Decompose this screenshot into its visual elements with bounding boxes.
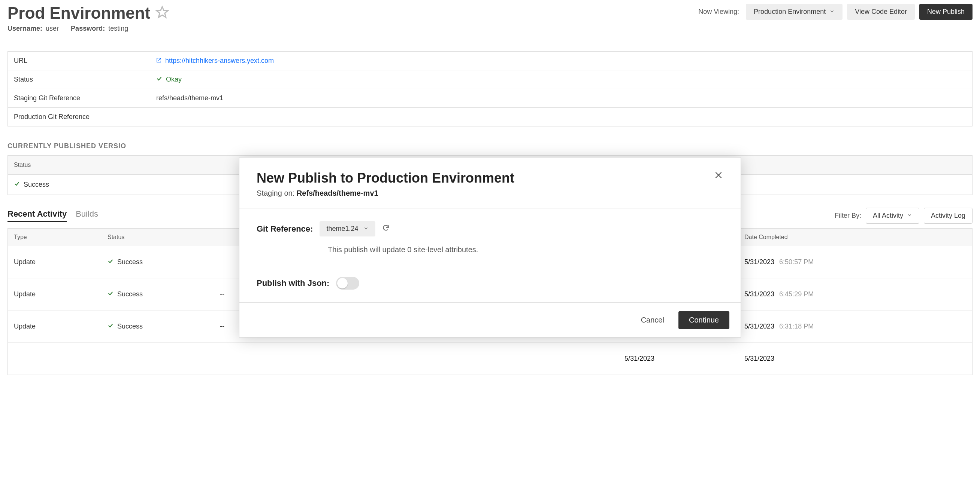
activity-mid-3 — [476, 353, 619, 364]
password-value: testing — [108, 25, 128, 32]
username-value: user — [46, 25, 59, 32]
chevron-down-icon — [363, 225, 369, 233]
page-title: Prod Environment — [8, 4, 150, 22]
check-icon — [108, 290, 113, 298]
external-link-icon — [156, 57, 161, 65]
environment-selector[interactable]: Production Environment — [746, 4, 843, 20]
username-label: Username: — [8, 25, 42, 32]
check-icon — [108, 323, 113, 330]
git-reference-label: Git Reference: — [257, 224, 313, 234]
status-value: Okay — [166, 76, 182, 84]
activity-status: Success — [102, 253, 214, 271]
currently-published-heading: CURRENTLY PUBLISHED VERSIO — [8, 142, 972, 150]
activity-log-button[interactable]: Activity Log — [924, 208, 972, 224]
refresh-icon[interactable] — [382, 224, 390, 234]
tab-builds[interactable]: Builds — [76, 209, 98, 222]
check-icon — [14, 181, 20, 189]
cancel-button[interactable]: Cancel — [632, 311, 673, 329]
activity-type: Update — [8, 253, 102, 271]
status-label: Status — [8, 70, 150, 89]
activity-date-completed: 5/31/2023 6:50:57 PM — [738, 253, 896, 271]
activity-log-label: Activity Log — [931, 212, 966, 220]
activity-mid-2 — [345, 353, 476, 364]
check-icon — [108, 258, 113, 266]
site-level-attr-note: This publish will update 0 site-level at… — [328, 246, 723, 254]
act-col-type: Type — [8, 228, 102, 246]
activity-date-completed: 5/31/2023 6:45:29 PM — [738, 285, 896, 303]
svg-marker-0 — [157, 7, 168, 17]
now-viewing-label: Now Viewing: — [698, 8, 739, 16]
activity-mid-1 — [214, 353, 345, 364]
close-icon[interactable] — [714, 170, 723, 181]
act-col-date-completed: Date Completed — [738, 228, 896, 246]
git-reference-selected: theme1.24 — [326, 225, 358, 233]
chevron-down-icon — [829, 8, 835, 16]
activity-status: Success — [102, 317, 214, 336]
staging-on-label: Staging on: — [257, 189, 294, 197]
favorite-star-icon[interactable] — [156, 6, 169, 21]
check-icon — [156, 76, 162, 84]
production-git-ref-label: Production Git Reference — [8, 108, 150, 126]
staging-git-ref-label: Staging Git Reference — [8, 89, 150, 108]
activity-status-value: Success — [117, 258, 143, 266]
activity-status-value: Success — [117, 323, 143, 330]
filter-by-label: Filter By: — [835, 212, 861, 220]
activity-type: Update — [8, 317, 102, 336]
url-label: URL — [8, 52, 150, 70]
activity-type: Update — [8, 285, 102, 303]
publish-with-json-label: Publish with Json: — [257, 278, 329, 288]
new-publish-button[interactable]: New Publish — [919, 4, 972, 20]
continue-button[interactable]: Continue — [678, 311, 729, 329]
environment-selector-label: Production Environment — [754, 8, 826, 16]
activity-status: Success — [102, 285, 214, 303]
activity-date-completed: 5/31/2023 6:31:18 PM — [738, 317, 896, 336]
password-label: Password: — [71, 25, 105, 32]
view-code-editor-button[interactable]: View Code Editor — [847, 4, 915, 20]
staging-git-ref-value: refs/heads/theme-mv1 — [150, 89, 972, 108]
activity-date-completed: 5/31/2023 — [738, 349, 896, 368]
table-row: 5/31/2023 5/31/2023 — [8, 343, 972, 375]
cp-status-value: Success — [24, 181, 49, 189]
activity-status — [102, 353, 214, 364]
environment-url-link[interactable]: https://hitchhikers-answers.yext.com — [165, 57, 274, 65]
activity-type — [8, 353, 102, 364]
staging-on-value: Refs/heads/theme-mv1 — [297, 189, 379, 197]
git-reference-selector[interactable]: theme1.24 — [320, 221, 375, 236]
tab-recent-activity[interactable]: Recent Activity — [8, 209, 67, 222]
filter-activity-label: All Activity — [873, 212, 903, 220]
modal-title: New Publish to Production Environment — [257, 170, 514, 186]
toggle-knob — [337, 278, 348, 288]
chevron-down-icon — [907, 212, 912, 220]
publish-with-json-toggle[interactable] — [336, 277, 359, 290]
filter-activity-selector[interactable]: All Activity — [866, 208, 919, 224]
view-code-editor-label: View Code Editor — [855, 8, 907, 16]
environment-info-table: URL https://hitchhikers-answers.yext.com… — [8, 51, 972, 127]
new-publish-modal: New Publish to Production Environment St… — [239, 157, 741, 338]
act-col-status: Status — [102, 228, 214, 246]
production-git-ref-value — [150, 108, 972, 126]
activity-status-value: Success — [117, 290, 143, 298]
new-publish-label: New Publish — [927, 8, 965, 16]
activity-date-started: 5/31/2023 — [619, 349, 738, 368]
